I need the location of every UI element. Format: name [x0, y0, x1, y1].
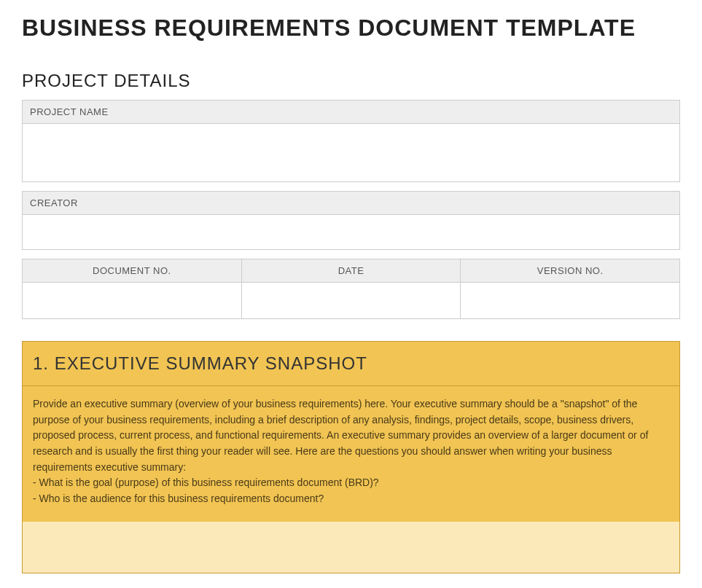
executive-summary-section: 1. EXECUTIVE SUMMARY SNAPSHOT Provide an…	[22, 341, 680, 573]
creator-input[interactable]	[23, 215, 680, 250]
creator-table: CREATOR	[22, 191, 680, 250]
version-no-label: VERSION NO.	[461, 259, 680, 283]
creator-label: CREATOR	[23, 192, 680, 215]
document-title: BUSINESS REQUIREMENTS DOCUMENT TEMPLATE	[22, 15, 680, 42]
executive-summary-body: Provide an executive summary (overview o…	[23, 386, 679, 522]
document-no-label: DOCUMENT NO.	[23, 259, 242, 283]
date-input[interactable]	[241, 283, 461, 319]
date-label: DATE	[241, 259, 461, 283]
doc-meta-table: DOCUMENT NO. DATE VERSION NO.	[22, 259, 680, 319]
project-details-heading: PROJECT DETAILS	[22, 71, 680, 91]
document-no-input[interactable]	[23, 283, 242, 319]
version-no-input[interactable]	[461, 283, 680, 319]
project-name-input[interactable]	[23, 124, 680, 182]
project-name-label: PROJECT NAME	[23, 101, 680, 124]
executive-summary-input[interactable]	[23, 522, 679, 573]
executive-summary-heading: 1. EXECUTIVE SUMMARY SNAPSHOT	[23, 342, 679, 386]
project-name-table: PROJECT NAME	[22, 100, 680, 182]
